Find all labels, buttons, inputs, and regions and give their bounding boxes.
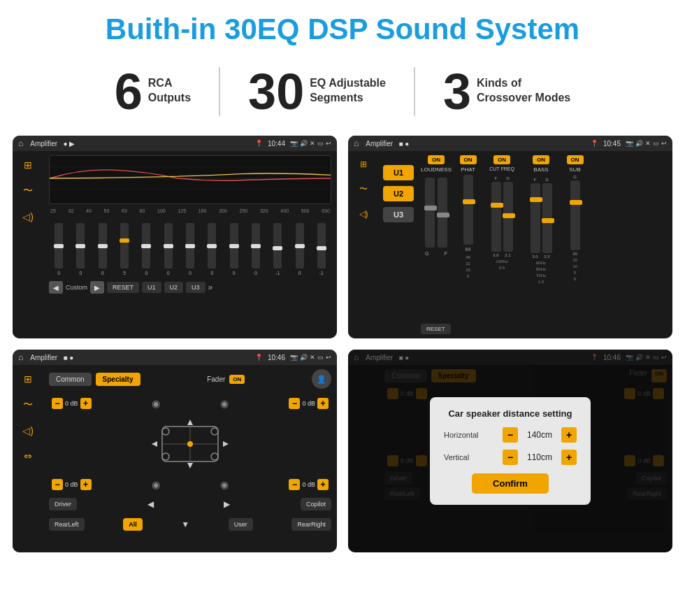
eq-slider-2[interactable]: 0 xyxy=(93,223,113,275)
amp-u1-btn[interactable]: U1 xyxy=(383,165,414,180)
eq-prev-btn[interactable]: ◀ xyxy=(49,281,63,294)
fader-vol-icon[interactable]: ◁) xyxy=(22,425,34,436)
amp-filter-icon-2[interactable]: ⊞ xyxy=(360,159,367,169)
rearright-btn[interactable]: RearRight xyxy=(291,518,331,531)
vertical-plus-btn[interactable]: + xyxy=(561,450,577,465)
amp-wave-icon-2[interactable]: 〜 xyxy=(359,183,368,195)
bass-slider-r[interactable]: G 2.5 xyxy=(542,178,552,259)
eq-u3-btn[interactable]: U3 xyxy=(186,282,206,293)
loudness-toggle[interactable]: ON xyxy=(428,155,445,164)
horizontal-plus-btn[interactable]: + xyxy=(561,427,577,443)
fader-left-btn[interactable]: ◀ xyxy=(147,498,154,510)
rearleft-btn[interactable]: RearLeft xyxy=(49,518,85,531)
fader-icon-wrap[interactable]: 👤 xyxy=(312,369,331,389)
loudness-slider-r[interactable] xyxy=(438,178,447,248)
eq-speaker-icon[interactable]: ◁) xyxy=(22,211,34,222)
screens-grid: ⌂ Amplifier ● ▶ 📍 10:44 📷 🔊 ✕ ▭ ↩ ⊞ 〜 ◁) xyxy=(0,136,685,559)
status-bar-1: ⌂ Amplifier ● ▶ 📍 10:44 📷 🔊 ✕ ▭ ↩ xyxy=(13,136,337,151)
phat-slider[interactable] xyxy=(463,175,473,245)
eq-slider-11[interactable]: 0 xyxy=(289,223,309,275)
amp-u2-btn[interactable]: U2 xyxy=(383,186,414,201)
fader-down-btn[interactable]: ▼ xyxy=(181,518,189,531)
camera-icon-2: 📷 xyxy=(626,140,633,147)
db-minus-tl[interactable]: − xyxy=(52,398,63,409)
db-minus-tr[interactable]: − xyxy=(289,398,300,409)
eq-slider-3[interactable]: 5 xyxy=(115,223,134,275)
home-icon-2[interactable]: ⌂ xyxy=(354,138,359,148)
dialog-vertical-ctrl: − 110cm + xyxy=(503,450,577,465)
eq-wave-icon[interactable]: 〜 xyxy=(23,185,33,197)
eq-slider-12[interactable]: -1 xyxy=(312,223,331,275)
sub-toggle[interactable]: ON xyxy=(567,155,584,164)
vertical-minus-btn[interactable]: − xyxy=(503,450,518,465)
cutfreq-toggle[interactable]: ON xyxy=(493,155,510,164)
eq-expand-icon[interactable]: » xyxy=(208,282,213,292)
all-btn[interactable]: All xyxy=(123,518,143,531)
driver-btn[interactable]: Driver xyxy=(49,498,77,510)
home-icon-3[interactable]: ⌂ xyxy=(18,352,23,362)
freq-50: 50 xyxy=(104,208,110,213)
sub-group: ON SUB G 20 15 10 5 0 xyxy=(563,155,587,313)
tab-common[interactable]: Common xyxy=(49,373,92,386)
user-btn[interactable]: User xyxy=(229,518,253,531)
fader-content: ⊞ 〜 ◁) ⇔ Common Specialty Fader ON 👤 xyxy=(13,365,337,552)
db-plus-br[interactable]: + xyxy=(317,479,329,490)
eq-slider-0[interactable]: 0 xyxy=(49,223,68,275)
db-minus-bl[interactable]: − xyxy=(52,479,63,490)
stat-crossover: 3 Kinds ofCrossover Modes xyxy=(415,66,598,117)
eq-slider-6[interactable]: 0 xyxy=(180,223,200,275)
eq-reset-btn[interactable]: RESET xyxy=(107,282,139,293)
eq-slider-10[interactable]: -1 xyxy=(268,223,287,275)
eq-slider-8[interactable]: 0 xyxy=(224,223,244,275)
freq-200: 200 xyxy=(219,208,227,213)
eq-slider-7[interactable]: 0 xyxy=(202,223,222,275)
fader-right-btn[interactable]: ▶ xyxy=(224,498,230,510)
sub-slider[interactable]: G 20 xyxy=(570,175,580,256)
bass-toggle[interactable]: ON xyxy=(533,155,549,164)
eq-slider-4[interactable]: 0 xyxy=(136,223,156,275)
confirm-button[interactable]: Confirm xyxy=(472,473,549,494)
horizontal-minus-btn[interactable]: − xyxy=(503,427,518,443)
svg-point-10 xyxy=(211,453,218,460)
eq-slider-9[interactable]: 0 xyxy=(246,223,266,275)
sp-tl-icon: ◉ xyxy=(152,398,160,409)
fader-on-badge[interactable]: ON xyxy=(229,375,245,384)
phat-toggle[interactable]: ON xyxy=(460,155,477,164)
car-visual xyxy=(145,416,236,472)
home-icon-1[interactable]: ⌂ xyxy=(18,138,23,148)
x-icon-1: ✕ xyxy=(310,140,315,147)
back-icon-1[interactable]: ↩ xyxy=(326,140,331,147)
back-icon-2[interactable]: ↩ xyxy=(661,140,667,147)
db-minus-br[interactable]: − xyxy=(289,479,300,490)
loudness-slider-l[interactable] xyxy=(425,178,435,248)
dialog-title: Car speaker distance setting xyxy=(444,408,577,419)
amp2-reset-btn[interactable]: RESET xyxy=(421,324,451,334)
fader-wave-icon[interactable]: 〜 xyxy=(23,399,33,411)
tab-specialty[interactable]: Specialty xyxy=(96,373,140,386)
cutfreq-slider-l[interactable]: F 3.0 xyxy=(491,176,501,257)
fader-expand-icon[interactable]: ⇔ xyxy=(24,450,32,461)
db-plus-bl[interactable]: + xyxy=(80,479,92,490)
db-plus-tl[interactable]: + xyxy=(80,398,92,409)
amp-u3-btn[interactable]: U3 xyxy=(383,207,414,222)
freq-80: 80 xyxy=(140,208,145,213)
eq-slider-5[interactable]: 0 xyxy=(159,223,178,275)
db-plus-tr[interactable]: + xyxy=(317,398,329,409)
copilot-btn[interactable]: Copilot xyxy=(301,498,331,510)
stat-label-rca: RCAOutputs xyxy=(148,76,191,106)
eq-u2-btn[interactable]: U2 xyxy=(164,282,184,293)
amp-controls-area: ON LOUDNESS xyxy=(418,151,672,338)
amp-vol-icon-2[interactable]: ◁) xyxy=(359,209,368,219)
eq-filter-icon[interactable]: ⊞ xyxy=(24,159,32,171)
eq-next-btn[interactable]: ▶ xyxy=(90,281,104,294)
freq-320: 320 xyxy=(260,208,268,213)
cutfreq-slider-r[interactable]: G 2.1 xyxy=(503,176,513,257)
bass-slider-l[interactable]: F 3.0 xyxy=(531,178,540,259)
eq-slider-1[interactable]: 0 xyxy=(71,223,90,275)
location-icon-2: 📍 xyxy=(591,140,598,147)
eq-controls-row: ◀ Custom ▶ RESET U1 U2 U3 » xyxy=(49,281,331,294)
status-bar-3: ⌂ Amplifier ■ ● 📍 10:46 📷 🔊 ✕ ▭ ↩ xyxy=(13,350,337,365)
fader-filter-icon[interactable]: ⊞ xyxy=(24,373,32,385)
eq-u1-btn[interactable]: U1 xyxy=(142,282,161,293)
back-icon-3[interactable]: ↩ xyxy=(326,354,331,361)
